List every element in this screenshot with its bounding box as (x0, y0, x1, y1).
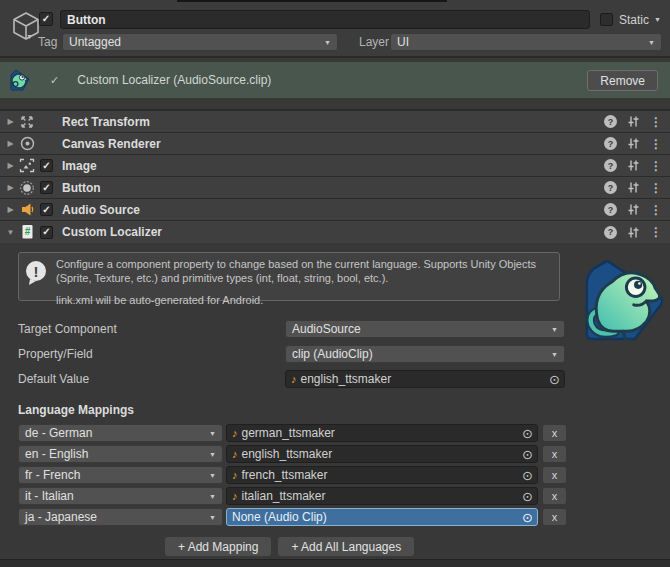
mapping-language-dropdown-it[interactable]: it - Italian ▼ (18, 487, 223, 505)
remove-mapping-button-ja[interactable]: x (543, 509, 566, 525)
static-dropdown-arrow[interactable]: ▼ (654, 16, 661, 23)
foldout-icon[interactable]: ▶ (4, 205, 17, 214)
mapping-clip-name: None (Audio Clip) (232, 510, 327, 524)
kebab-menu-icon[interactable]: ⋮ (650, 226, 662, 238)
dropdown-arrow-icon: ▼ (209, 472, 216, 479)
mapping-clip-field-fr[interactable]: ♪ french_ttsmaker ⊙ (226, 466, 538, 484)
layer-value: UI (397, 35, 409, 49)
mapping-language-value: de - German (25, 426, 92, 440)
static-checkbox[interactable] (600, 13, 613, 26)
audio-source-icon (17, 202, 37, 218)
layer-dropdown[interactable]: UI ▼ (390, 33, 662, 51)
kebab-menu-icon[interactable]: ⋮ (650, 160, 662, 172)
presets-icon[interactable] (627, 159, 640, 172)
component-header-custom-localizer[interactable]: ▼ # ✓ Custom Localizer ? ⋮ (0, 221, 670, 243)
gameobject-icon-dropdown-arrow[interactable]: ▼ (26, 33, 33, 40)
gameobject-active-checkbox[interactable]: ✓ (39, 12, 53, 26)
component-header-image[interactable]: ▶ ✓ Image ? ⋮ (0, 155, 670, 177)
kebab-menu-icon[interactable]: ⋮ (650, 182, 662, 194)
mapping-language-dropdown-de[interactable]: de - German ▼ (18, 424, 223, 442)
bottom-strip (0, 559, 670, 567)
gameobject-name-input[interactable] (60, 10, 590, 29)
object-picker-icon[interactable]: ⊙ (522, 427, 533, 440)
remove-button[interactable]: Remove (587, 70, 658, 91)
help-icon[interactable]: ? (604, 226, 617, 239)
foldout-icon[interactable]: ▼ (4, 228, 17, 237)
image-component-icon (17, 158, 37, 174)
component-list: ▶ Rect Transform ? ⋮ ▶ C (0, 111, 670, 243)
property-field-value: clip (AudioClip) (292, 347, 373, 361)
presets-icon[interactable] (627, 137, 640, 150)
audio-clip-icon: ♪ (232, 469, 238, 481)
default-value-clip-name: english_ttsmaker (301, 372, 392, 386)
check-icon: ✓ (42, 161, 50, 171)
script-icon: # (17, 224, 37, 240)
target-component-dropdown[interactable]: AudioSource ▼ (285, 320, 565, 338)
help-icon[interactable]: ? (604, 203, 617, 216)
mapping-language-dropdown-en[interactable]: en - English ▼ (18, 445, 223, 463)
add-mapping-button[interactable]: + Add Mapping (165, 537, 271, 556)
foldout-icon[interactable]: ▶ (4, 183, 17, 192)
help-icon[interactable]: ? (604, 137, 617, 150)
kebab-menu-icon[interactable]: ⋮ (650, 138, 662, 150)
mapping-clip-field-it[interactable]: ♪ italian_ttsmaker ⊙ (226, 487, 538, 505)
remove-mapping-button-fr[interactable]: x (543, 467, 566, 483)
object-picker-icon[interactable]: ⊙ (522, 511, 533, 524)
audio-clip-icon: ♪ (291, 373, 297, 385)
svg-text:#: # (24, 226, 30, 237)
component-header-audio-source[interactable]: ▶ ✓ Audio Source ? ⋮ (0, 199, 670, 221)
add-all-languages-label: + Add All Languages (291, 540, 401, 554)
mapping-language-dropdown-ja[interactable]: ja - Japanese ▼ (18, 508, 223, 526)
component-enabled-checkbox[interactable]: ✓ (40, 226, 53, 239)
presets-icon[interactable] (627, 226, 640, 239)
tag-dropdown[interactable]: Untagged ▼ (62, 33, 338, 51)
object-picker-icon[interactable]: ⊙ (522, 448, 533, 461)
kebab-menu-icon[interactable]: ⋮ (650, 204, 662, 216)
foldout-icon[interactable]: ▶ (4, 139, 17, 148)
mapping-clip-field-en[interactable]: ♪ english_ttsmaker ⊙ (226, 445, 538, 463)
mapping-language-value: ja - Japanese (25, 510, 97, 524)
foldout-icon[interactable]: ▶ (4, 161, 17, 170)
info-bubble-icon: ! (25, 260, 49, 286)
presets-icon[interactable] (627, 115, 640, 128)
banner-check-icon: ✓ (50, 74, 59, 87)
mapping-language-dropdown-fr[interactable]: fr - French ▼ (18, 466, 223, 484)
component-header-rect-transform[interactable]: ▶ Rect Transform ? ⋮ (0, 111, 670, 133)
component-enabled-checkbox[interactable]: ✓ (40, 181, 53, 194)
add-all-languages-button[interactable]: + Add All Languages (278, 537, 414, 556)
object-picker-icon[interactable]: ⊙ (549, 373, 560, 386)
object-picker-icon[interactable]: ⊙ (522, 490, 533, 503)
foldout-icon[interactable]: ▶ (4, 117, 17, 126)
help-icon[interactable]: ? (604, 115, 617, 128)
localizer-banner: ✓ Custom Localizer (AudioSource.clip) Re… (0, 62, 670, 98)
component-header-canvas-renderer[interactable]: ▶ Canvas Renderer ? ⋮ (0, 133, 670, 155)
dropdown-arrow-icon: ▼ (551, 351, 558, 358)
component-label: Canvas Renderer (62, 137, 161, 151)
remove-mapping-button-de[interactable]: x (543, 425, 566, 441)
component-enabled-checkbox[interactable]: ✓ (40, 159, 53, 172)
canvas-renderer-icon (17, 136, 37, 152)
help-icon[interactable]: ? (604, 159, 617, 172)
dropdown-arrow-icon: ▼ (551, 326, 558, 333)
presets-icon[interactable] (627, 203, 640, 216)
info-text-line1: Configure a component property to change… (56, 257, 551, 285)
component-enabled-checkbox[interactable]: ✓ (40, 203, 53, 216)
remove-mapping-button-it[interactable]: x (543, 488, 566, 504)
help-icon[interactable]: ? (604, 181, 617, 194)
tag-value: Untagged (69, 35, 121, 49)
layer-label: Layer (359, 35, 389, 49)
mapping-clip-field-de[interactable]: ♪ german_ttsmaker ⊙ (226, 424, 538, 442)
presets-icon[interactable] (627, 181, 640, 194)
component-header-button[interactable]: ▶ ✓ Button ? ⋮ (0, 177, 670, 199)
component-label: Rect Transform (62, 115, 150, 129)
property-field-dropdown[interactable]: clip (AudioClip) ▼ (285, 345, 565, 363)
object-picker-icon[interactable]: ⊙ (522, 469, 533, 482)
mapping-clip-name: french_ttsmaker (242, 468, 328, 482)
component-label: Button (62, 181, 101, 195)
kebab-menu-icon[interactable]: ⋮ (650, 116, 662, 128)
button-component-icon (17, 180, 37, 196)
mapping-language-value: it - Italian (25, 489, 74, 503)
remove-mapping-button-en[interactable]: x (543, 446, 566, 462)
mapping-clip-field-ja-selected[interactable]: None (Audio Clip) ⊙ (226, 508, 538, 526)
default-value-object-field[interactable]: ♪ english_ttsmaker ⊙ (285, 370, 565, 388)
